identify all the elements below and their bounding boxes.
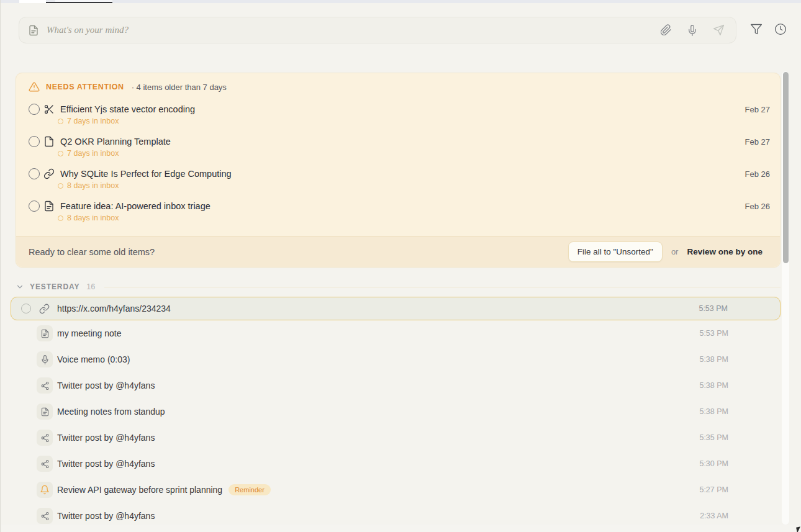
yesterday-list: https://x.com/h4yfans/234234 5:53 PM my … <box>11 297 781 529</box>
item-title: Voice memo (0:03) <box>57 354 130 364</box>
item-checkbox[interactable] <box>29 168 40 179</box>
item-age: 7 days in inbox <box>67 149 119 158</box>
reminder-badge: Reminder <box>229 484 271 495</box>
item-time: 5:27 PM <box>699 485 728 494</box>
item-time: 5:38 PM <box>699 407 728 416</box>
needs-attention-panel: NEEDS ATTENTION · 4 items older than 7 d… <box>16 73 781 268</box>
item-title: https://x.com/h4yfans/234234 <box>57 304 171 313</box>
list-item[interactable]: Voice memo (0:03) 5:38 PM <box>11 346 781 372</box>
attention-footer: Ready to clear some old items? File all … <box>16 236 780 267</box>
list-item[interactable]: Meeting notes from standup 5:38 PM <box>11 399 781 425</box>
item-title: Meeting notes from standup <box>57 407 165 417</box>
list-item[interactable]: Twitter post by @h4yfans 5:38 PM <box>11 372 781 399</box>
attention-item[interactable]: Why SQLite Is Perfect for Edge Computing… <box>16 164 780 196</box>
item-title: Twitter post by @h4yfans <box>57 381 155 390</box>
age-clock-icon <box>58 183 63 189</box>
item-title: my meeting note <box>57 328 122 338</box>
share-icon <box>37 377 53 394</box>
age-clock-icon <box>58 119 63 124</box>
note-icon <box>37 404 53 420</box>
filter-icon[interactable] <box>750 23 763 35</box>
viewport-clip-edge <box>1 525 801 532</box>
needs-attention-header: NEEDS ATTENTION · 4 items older than 7 d… <box>16 73 780 99</box>
note-icon <box>28 25 39 36</box>
clock-icon[interactable] <box>774 23 787 35</box>
item-date: Feb 26 <box>745 169 770 179</box>
footer-prompt: Ready to clear some old items? <box>29 247 155 257</box>
list-item-selected[interactable]: https://x.com/h4yfans/234234 5:53 PM <box>11 297 781 320</box>
item-date: Feb 27 <box>745 137 770 147</box>
item-title: Why SQLite Is Perfect for Edge Computing <box>60 169 232 179</box>
item-time: 5:53 PM <box>699 304 728 313</box>
item-time: 2:33 AM <box>700 512 728 520</box>
file-icon <box>43 136 55 147</box>
scrollbar-track[interactable] <box>782 71 789 525</box>
microphone-icon[interactable] <box>687 25 698 36</box>
item-title: Twitter post by @h4yfans <box>57 511 155 521</box>
item-title: Review API gateway before sprint plannin… <box>57 485 222 495</box>
item-checkbox[interactable] <box>29 201 40 212</box>
age-clock-icon <box>58 151 63 156</box>
item-age: 8 days in inbox <box>67 214 119 222</box>
document-icon <box>43 201 55 212</box>
inbox-app: NEEDS ATTENTION · 4 items older than 7 d… <box>0 0 801 532</box>
share-icon <box>37 508 53 524</box>
bell-icon <box>37 482 53 498</box>
warning-icon <box>29 81 40 92</box>
item-time: 5:30 PM <box>699 459 728 468</box>
scrollbar-thumb[interactable] <box>783 72 789 263</box>
scissors-icon <box>43 104 55 115</box>
item-title: Feature idea: AI-powered inbox triage <box>60 201 210 211</box>
browser-tab-fragment <box>19 0 46 3</box>
microphone-icon <box>37 351 53 367</box>
paperclip-icon[interactable] <box>660 24 672 36</box>
attention-item[interactable]: Q2 OKR Planning Template Feb 27 7 days i… <box>16 132 780 164</box>
chevron-down-icon[interactable] <box>16 282 24 291</box>
browser-tab-underline <box>46 2 112 3</box>
review-one-by-one-button[interactable]: Review one by one <box>687 247 763 256</box>
list-item[interactable]: Twitter post by @h4yfans 5:30 PM <box>11 451 781 477</box>
age-clock-icon <box>58 215 63 221</box>
section-label: YESTERDAY <box>30 282 79 291</box>
attention-item[interactable]: Feature idea: AI-powered inbox triage Fe… <box>16 196 780 228</box>
item-age: 7 days in inbox <box>67 117 119 125</box>
item-title: Twitter post by @h4yfans <box>57 433 155 443</box>
link-icon <box>39 304 50 314</box>
file-all-button[interactable]: File all to "Unsorted" <box>568 241 663 262</box>
section-count: 16 <box>86 282 95 291</box>
link-icon <box>43 168 55 179</box>
composer-bar <box>19 17 736 43</box>
item-checkbox[interactable] <box>29 104 40 115</box>
item-time: 5:38 PM <box>699 355 728 364</box>
or-label: or <box>671 247 679 256</box>
list-item[interactable]: my meeting note 5:53 PM <box>11 320 781 346</box>
composer-input[interactable] <box>47 25 660 35</box>
yesterday-section-header: YESTERDAY 16 <box>16 280 781 294</box>
cursor-artifact <box>796 526 801 532</box>
item-age: 8 days in inbox <box>67 181 119 190</box>
needs-attention-meta: · 4 items older than 7 days <box>132 83 227 92</box>
send-icon[interactable] <box>713 24 725 36</box>
item-time: 5:53 PM <box>699 329 728 338</box>
item-checkbox[interactable] <box>29 136 40 147</box>
list-item[interactable]: Review API gateway before sprint plannin… <box>11 477 781 503</box>
note-icon <box>37 325 53 341</box>
item-title: Twitter post by @h4yfans <box>57 459 155 469</box>
item-title: Q2 OKR Planning Template <box>60 137 171 147</box>
item-time: 5:38 PM <box>699 381 728 390</box>
needs-attention-title: NEEDS ATTENTION <box>46 83 124 91</box>
share-icon <box>37 430 53 446</box>
attention-item[interactable]: Efficient Yjs state vector encoding Feb … <box>16 99 780 132</box>
item-date: Feb 26 <box>745 202 770 211</box>
section-divider <box>104 287 781 287</box>
item-time: 5:35 PM <box>699 433 728 442</box>
browser-edge-strip <box>1 0 801 3</box>
item-title: Efficient Yjs state vector encoding <box>60 104 195 114</box>
item-checkbox[interactable] <box>21 304 31 313</box>
item-date: Feb 27 <box>745 105 770 114</box>
list-item[interactable]: Twitter post by @h4yfans 5:35 PM <box>11 425 781 451</box>
share-icon <box>37 456 53 472</box>
